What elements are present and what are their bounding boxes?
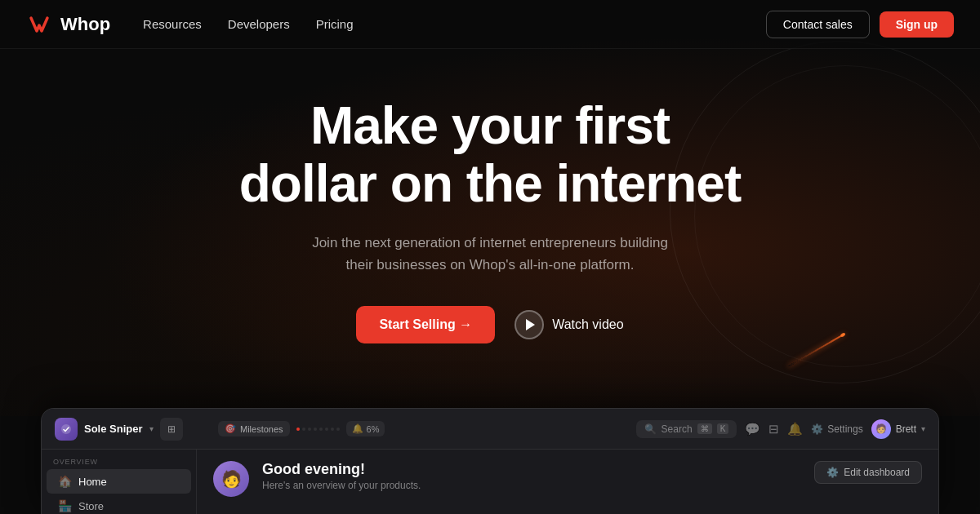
hero-cta-group: Start Selling → Watch video [356, 306, 623, 343]
topbar-right-actions: 🔍 Search ⌘ K 💬 ⊟ 🔔 ⚙️ Settings 🧑 Brett ▾ [636, 419, 925, 439]
store-icon: 🏪 [58, 499, 72, 512]
hero-content: Make your first dollar on the internet J… [239, 97, 741, 343]
sidebar-section-overview: OVERVIEW [42, 458, 196, 466]
nav-link-resources[interactable]: Resources [143, 17, 202, 31]
contact-sales-button[interactable]: Contact sales [766, 11, 870, 38]
whop-logo-icon [26, 11, 52, 38]
app-menu-button[interactable]: ⊞ [160, 418, 183, 441]
dashboard-preview: Sole Sniper ▾ ⊞ 🎯 Milestones 🔔 [41, 408, 939, 514]
search-kbd-cmd: ⌘ [697, 423, 712, 434]
nav-link-developers[interactable]: Developers [228, 17, 290, 31]
app-name-label: Sole Sniper [84, 423, 143, 435]
gear-icon: ⚙️ [811, 423, 823, 435]
greeting-title: Good evening! [262, 461, 421, 478]
watch-video-button[interactable]: Watch video [514, 310, 623, 339]
search-icon: 🔍 [644, 423, 657, 435]
play-triangle-icon [526, 319, 535, 330]
hero-subtitle: Join the next generation of internet ent… [302, 232, 678, 276]
dot-8 [336, 428, 340, 431]
dot-3 [308, 428, 311, 431]
milestone-percent: 🔔 6% [346, 421, 385, 436]
sidebar-item-store[interactable]: 🏪 Store [47, 494, 191, 514]
greeting-subtitle: Here's an overview of your products. [262, 480, 421, 491]
start-selling-button[interactable]: Start Selling → [356, 306, 495, 343]
dashboard-app-area: Sole Sniper ▾ ⊞ [55, 418, 202, 441]
dot-5 [319, 428, 323, 431]
nav-actions: Contact sales Sign up [766, 11, 954, 38]
dashboard-main-content: 🧑 Good evening! Here's an overview of yo… [197, 450, 938, 514]
app-icon [55, 418, 78, 441]
user-avatar: 🧑 [871, 419, 891, 439]
logo-area[interactable]: Whop [26, 11, 110, 38]
dashboard-sidebar: OVERVIEW 🏠 Home 🏪 Store [42, 450, 197, 514]
search-bar[interactable]: 🔍 Search ⌘ K [636, 420, 737, 438]
milestone-progress-dots [296, 428, 340, 431]
dot-1 [296, 428, 300, 431]
svg-point-0 [61, 424, 71, 434]
bell-icon: 🔔 [352, 423, 363, 434]
play-circle-icon [514, 310, 544, 339]
app-logo-icon [60, 423, 73, 436]
dot-2 [302, 428, 305, 431]
greeting-text-area: Good evening! Here's an overview of your… [262, 461, 421, 491]
user-menu-button[interactable]: 🧑 Brett ▾ [871, 419, 925, 439]
nav-links: Resources Developers Pricing [143, 17, 766, 31]
edit-dashboard-button[interactable]: ⚙️ Edit dashboard [814, 461, 922, 484]
nav-link-pricing[interactable]: Pricing [316, 17, 354, 31]
milestones-tag[interactable]: 🎯 Milestones [218, 421, 290, 436]
bell-nav-icon[interactable]: 🔔 [787, 422, 803, 436]
app-chevron-icon[interactable]: ▾ [149, 424, 154, 433]
hero-title: Make your first dollar on the internet [239, 97, 741, 212]
search-kbd-k: K [717, 423, 729, 434]
milestones-area: 🎯 Milestones 🔔 6% [212, 421, 626, 436]
user-chevron-icon: ▾ [921, 424, 925, 433]
dashboard-body: OVERVIEW 🏠 Home 🏪 Store 🧑 Good evening! … [42, 450, 938, 514]
logo-text: Whop [60, 14, 110, 35]
edit-icon: ⚙️ [826, 467, 839, 478]
greeting-avatar: 🧑 [213, 461, 249, 497]
dashboard-right-panel: ⚙️ Edit dashboard [814, 461, 922, 484]
columns-icon[interactable]: ⊟ [768, 422, 779, 436]
settings-button[interactable]: ⚙️ Settings [811, 423, 862, 435]
dashboard-topbar: Sole Sniper ▾ ⊞ 🎯 Milestones 🔔 [42, 409, 938, 450]
sidebar-item-home[interactable]: 🏠 Home [47, 469, 191, 494]
dot-4 [314, 428, 317, 431]
navbar: Whop Resources Developers Pricing Contac… [0, 0, 980, 49]
home-icon: 🏠 [58, 475, 72, 488]
signup-button[interactable]: Sign up [880, 11, 954, 38]
milestone-icon: 🎯 [225, 423, 236, 434]
dot-7 [331, 428, 334, 431]
chat-icon[interactable]: 💬 [745, 422, 760, 436]
dot-6 [325, 428, 328, 431]
hero-section: Make your first dollar on the internet J… [0, 0, 980, 416]
